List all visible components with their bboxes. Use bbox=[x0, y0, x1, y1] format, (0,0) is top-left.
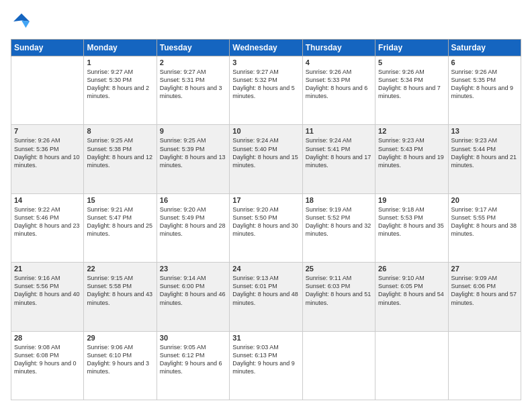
day-info: Sunrise: 9:18 AMSunset: 5:53 PMDaylight:… bbox=[378, 205, 445, 238]
page: SundayMondayTuesdayWednesdayThursdayFrid… bbox=[0, 0, 532, 411]
calendar-day-header: Thursday bbox=[302, 40, 375, 56]
calendar-cell: 30Sunrise: 9:05 AMSunset: 6:12 PMDayligh… bbox=[157, 331, 229, 400]
day-info: Sunrise: 9:15 AMSunset: 5:58 PMDaylight:… bbox=[87, 274, 153, 307]
day-info: Sunrise: 9:03 AMSunset: 6:13 PMDaylight:… bbox=[232, 343, 299, 376]
calendar-cell: 6Sunrise: 9:26 AMSunset: 5:35 PMDaylight… bbox=[448, 56, 521, 125]
calendar-cell: 25Sunrise: 9:11 AMSunset: 6:03 PMDayligh… bbox=[302, 263, 375, 331]
calendar-week-row: 14Sunrise: 9:22 AMSunset: 5:46 PMDayligh… bbox=[11, 193, 521, 262]
calendar-cell: 14Sunrise: 9:22 AMSunset: 5:46 PMDayligh… bbox=[11, 193, 84, 262]
calendar-cell: 31Sunrise: 9:03 AMSunset: 6:13 PMDayligh… bbox=[230, 331, 302, 400]
day-number: 1 bbox=[87, 58, 153, 66]
calendar-cell bbox=[302, 331, 375, 400]
calendar-cell: 26Sunrise: 9:10 AMSunset: 6:05 PMDayligh… bbox=[375, 263, 448, 331]
calendar-day-header: Saturday bbox=[448, 40, 521, 56]
day-info: Sunrise: 9:25 AMSunset: 5:39 PMDaylight:… bbox=[160, 136, 226, 169]
day-number: 3 bbox=[232, 58, 299, 66]
day-number: 26 bbox=[378, 265, 445, 273]
calendar-cell: 9Sunrise: 9:25 AMSunset: 5:39 PMDaylight… bbox=[157, 125, 229, 193]
calendar-cell: 20Sunrise: 9:17 AMSunset: 5:55 PMDayligh… bbox=[448, 193, 521, 262]
day-info: Sunrise: 9:10 AMSunset: 6:05 PMDaylight:… bbox=[378, 274, 445, 307]
day-info: Sunrise: 9:27 AMSunset: 5:30 PMDaylight:… bbox=[87, 68, 153, 101]
day-number: 27 bbox=[451, 265, 518, 273]
day-info: Sunrise: 9:14 AMSunset: 6:00 PMDaylight:… bbox=[160, 274, 226, 307]
day-number: 13 bbox=[451, 127, 518, 135]
calendar-cell: 10Sunrise: 9:24 AMSunset: 5:40 PMDayligh… bbox=[230, 125, 302, 193]
logo bbox=[11, 11, 35, 32]
logo-icon bbox=[11, 11, 32, 32]
svg-marker-0 bbox=[13, 13, 30, 21]
calendar-cell: 3Sunrise: 9:27 AMSunset: 5:32 PMDaylight… bbox=[230, 56, 302, 125]
day-info: Sunrise: 9:09 AMSunset: 6:06 PMDaylight:… bbox=[451, 274, 518, 307]
calendar-cell: 11Sunrise: 9:24 AMSunset: 5:41 PMDayligh… bbox=[302, 125, 375, 193]
day-info: Sunrise: 9:24 AMSunset: 5:41 PMDaylight:… bbox=[306, 136, 372, 169]
day-number: 10 bbox=[232, 127, 299, 135]
day-info: Sunrise: 9:26 AMSunset: 5:34 PMDaylight:… bbox=[378, 68, 445, 101]
calendar-cell bbox=[448, 331, 521, 400]
calendar-day-header: Friday bbox=[375, 40, 448, 56]
day-info: Sunrise: 9:08 AMSunset: 6:08 PMDaylight:… bbox=[14, 343, 81, 376]
day-info: Sunrise: 9:17 AMSunset: 5:55 PMDaylight:… bbox=[451, 205, 518, 238]
calendar-day-header: Wednesday bbox=[230, 40, 302, 56]
day-info: Sunrise: 9:25 AMSunset: 5:38 PMDaylight:… bbox=[87, 136, 153, 169]
calendar-cell: 24Sunrise: 9:13 AMSunset: 6:01 PMDayligh… bbox=[230, 263, 302, 331]
calendar-cell bbox=[375, 331, 448, 400]
calendar-cell: 5Sunrise: 9:26 AMSunset: 5:34 PMDaylight… bbox=[375, 56, 448, 125]
calendar-cell: 13Sunrise: 9:23 AMSunset: 5:44 PMDayligh… bbox=[448, 125, 521, 193]
svg-marker-1 bbox=[21, 20, 30, 28]
day-number: 21 bbox=[14, 265, 81, 273]
calendar-week-row: 1Sunrise: 9:27 AMSunset: 5:30 PMDaylight… bbox=[11, 56, 521, 125]
day-info: Sunrise: 9:27 AMSunset: 5:31 PMDaylight:… bbox=[160, 68, 226, 101]
day-number: 29 bbox=[87, 334, 153, 342]
day-info: Sunrise: 9:21 AMSunset: 5:47 PMDaylight:… bbox=[87, 205, 153, 238]
day-info: Sunrise: 9:16 AMSunset: 5:56 PMDaylight:… bbox=[14, 274, 81, 307]
day-number: 22 bbox=[87, 265, 153, 273]
day-number: 4 bbox=[306, 58, 372, 66]
day-number: 30 bbox=[160, 334, 226, 342]
calendar-cell: 28Sunrise: 9:08 AMSunset: 6:08 PMDayligh… bbox=[11, 331, 84, 400]
header bbox=[11, 11, 521, 32]
calendar-cell: 1Sunrise: 9:27 AMSunset: 5:30 PMDaylight… bbox=[84, 56, 157, 125]
day-number: 28 bbox=[14, 334, 81, 342]
calendar-table: SundayMondayTuesdayWednesdayThursdayFrid… bbox=[11, 39, 521, 400]
calendar-cell: 21Sunrise: 9:16 AMSunset: 5:56 PMDayligh… bbox=[11, 263, 84, 331]
calendar-cell: 12Sunrise: 9:23 AMSunset: 5:43 PMDayligh… bbox=[375, 125, 448, 193]
day-info: Sunrise: 9:13 AMSunset: 6:01 PMDaylight:… bbox=[232, 274, 299, 307]
calendar-cell: 22Sunrise: 9:15 AMSunset: 5:58 PMDayligh… bbox=[84, 263, 157, 331]
day-number: 6 bbox=[451, 58, 518, 66]
day-number: 24 bbox=[232, 265, 299, 273]
calendar-week-row: 7Sunrise: 9:26 AMSunset: 5:36 PMDaylight… bbox=[11, 125, 521, 193]
day-number: 14 bbox=[14, 196, 81, 204]
day-number: 11 bbox=[306, 127, 372, 135]
day-number: 5 bbox=[378, 58, 445, 66]
calendar-header-row: SundayMondayTuesdayWednesdayThursdayFrid… bbox=[11, 40, 521, 56]
day-info: Sunrise: 9:24 AMSunset: 5:40 PMDaylight:… bbox=[232, 136, 299, 169]
day-info: Sunrise: 9:26 AMSunset: 5:33 PMDaylight:… bbox=[306, 68, 372, 101]
day-number: 31 bbox=[232, 334, 299, 342]
calendar-cell: 16Sunrise: 9:20 AMSunset: 5:49 PMDayligh… bbox=[157, 193, 229, 262]
day-number: 12 bbox=[378, 127, 445, 135]
day-number: 7 bbox=[14, 127, 81, 135]
day-number: 8 bbox=[87, 127, 153, 135]
day-info: Sunrise: 9:05 AMSunset: 6:12 PMDaylight:… bbox=[160, 343, 226, 376]
day-number: 2 bbox=[160, 58, 226, 66]
calendar-cell: 7Sunrise: 9:26 AMSunset: 5:36 PMDaylight… bbox=[11, 125, 84, 193]
day-number: 25 bbox=[306, 265, 372, 273]
day-info: Sunrise: 9:26 AMSunset: 5:36 PMDaylight:… bbox=[14, 136, 81, 169]
calendar-cell: 15Sunrise: 9:21 AMSunset: 5:47 PMDayligh… bbox=[84, 193, 157, 262]
calendar-cell: 4Sunrise: 9:26 AMSunset: 5:33 PMDaylight… bbox=[302, 56, 375, 125]
calendar-cell: 23Sunrise: 9:14 AMSunset: 6:00 PMDayligh… bbox=[157, 263, 229, 331]
day-number: 20 bbox=[451, 196, 518, 204]
day-info: Sunrise: 9:23 AMSunset: 5:44 PMDaylight:… bbox=[451, 136, 518, 169]
day-info: Sunrise: 9:06 AMSunset: 6:10 PMDaylight:… bbox=[87, 343, 153, 376]
day-info: Sunrise: 9:23 AMSunset: 5:43 PMDaylight:… bbox=[378, 136, 445, 169]
day-info: Sunrise: 9:22 AMSunset: 5:46 PMDaylight:… bbox=[14, 205, 81, 238]
day-number: 17 bbox=[232, 196, 299, 204]
calendar-cell bbox=[11, 56, 84, 125]
calendar-day-header: Sunday bbox=[11, 40, 84, 56]
calendar-cell: 19Sunrise: 9:18 AMSunset: 5:53 PMDayligh… bbox=[375, 193, 448, 262]
day-number: 19 bbox=[378, 196, 445, 204]
calendar-cell: 27Sunrise: 9:09 AMSunset: 6:06 PMDayligh… bbox=[448, 263, 521, 331]
day-number: 9 bbox=[160, 127, 226, 135]
calendar-week-row: 21Sunrise: 9:16 AMSunset: 5:56 PMDayligh… bbox=[11, 263, 521, 331]
calendar-cell: 8Sunrise: 9:25 AMSunset: 5:38 PMDaylight… bbox=[84, 125, 157, 193]
